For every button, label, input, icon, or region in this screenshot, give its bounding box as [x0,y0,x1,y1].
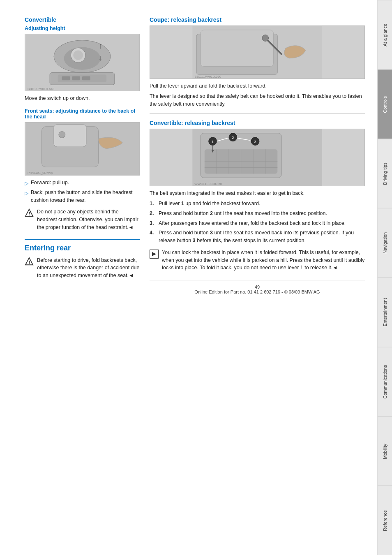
back-bullet: ▷ Back: push the button and slide the he… [25,189,140,204]
svg-text:!: ! [29,260,30,264]
sidebar-tab-entertainment[interactable]: Entertainment [378,278,392,347]
adjusting-height-title: Adjusting height [25,25,140,31]
svg-text:↓: ↓ [98,53,102,62]
adjusting-height-body: Move the switch up or down. [25,95,140,102]
step-2: 2. Press and hold button 2 until the sea… [150,210,365,217]
coupe-title: Coupe: releasing backrest [150,16,365,23]
svg-point-16 [59,131,65,138]
coupe-body1: Pull the lever upward and fold the backr… [150,82,365,90]
svg-marker-48 [152,252,156,256]
page-number: 49 [255,284,260,289]
step-3-text: After passengers have entered the rear, … [159,220,346,227]
convertible-backrest-title: Convertible: releasing backrest [150,120,365,126]
warning-text-headrest: Do not place any objects behind the head… [37,208,140,231]
svg-text:PHVLAG_0DMvp: PHVLAG_0DMvp [28,171,53,175]
svg-rect-11 [82,76,90,81]
step-4-text: Press and hold button 3 until the seat h… [159,229,365,245]
left-column: Convertible Adjusting height ↑ ↓ [25,16,140,539]
step-4-num: 4. [150,229,156,245]
warning-box-headrest: ! Do not place any objects behind the he… [25,208,140,231]
sidebar-tab-communications[interactable]: Communications [378,347,392,416]
convertible-backrest-body: The belt system integrated in the seat m… [150,190,365,197]
note-box: You can lock the backrest in place when … [150,249,365,272]
svg-text:1: 1 [212,139,214,144]
svg-text:BBC11PV01D.060: BBC11PV01D.060 [194,75,221,79]
coupe-body2: The lever is designed so that the safety… [150,92,365,108]
sidebar-tab-reference[interactable]: Reference [378,486,392,555]
note-arrow-icon [150,250,159,259]
svg-text:BBC11PV01D.640: BBC11PV01D.640 [28,87,55,91]
step-3-num: 3. [150,220,156,227]
front-seats-title: Front seats: adjusting distance to the b… [25,108,140,120]
warning-triangle-icon: ! [25,208,34,217]
warning-box-entering-rear: ! Before starting to drive, fold backres… [25,257,140,280]
step-1-num: 1. [150,200,156,208]
main-content: Convertible Adjusting height ↑ ↓ [0,0,377,555]
entering-rear-warning-text: Before starting to drive, fold backrests… [37,257,140,280]
page-footer: 49 Online Edition for Part no. 01 41 2 6… [150,280,365,298]
step-1-text: Pull lever 1 up and fold the backrest fo… [159,200,260,208]
page-container: Convertible Adjusting height ↑ ↓ [0,0,392,555]
svg-text:WWC11E0CDU.60: WWC11E0CDU.60 [194,182,222,186]
steps-list: 1. Pull lever 1 up and fold the backrest… [150,200,365,245]
svg-rect-24 [201,30,273,67]
svg-rect-9 [62,76,70,81]
step-4: 4. Press and hold button 3 until the sea… [150,229,365,245]
note-text: You can lock the backrest in place when … [162,249,365,272]
step-1: 1. Pull lever 1 up and fold the backrest… [150,200,365,208]
forward-bullet: ▷ Forward: pull up. [25,179,140,187]
sidebar-tab-navigation[interactable]: Navigation [378,208,392,278]
right-column: Coupe: releasing backrest BBC11PV01D.060… [150,16,365,539]
entering-rear-title: Entering rear [25,239,140,252]
forward-text: Forward: pull up. [31,179,69,187]
forward-arrow-icon: ▷ [25,180,28,187]
svg-point-4 [73,50,83,60]
front-seats-image: PHVLAG_0DMvp [25,122,140,176]
step-3: 3. After passengers have entered the rea… [150,220,365,227]
step-2-text: Press and hold button 2 until the seat h… [159,210,327,217]
sidebar-tab-at-a-glance[interactable]: At a glance [378,0,392,69]
sidebar-tab-mobility[interactable]: Mobility [378,416,392,486]
back-arrow-icon: ▷ [25,190,28,197]
convertible-backrest-image: 1 2 3 [150,129,365,186]
section-divider [150,113,365,114]
sidebar-tab-controls[interactable]: Controls [378,69,392,139]
coupe-backrest-image: BBC11PV01D.060 [150,25,365,79]
svg-text:3: 3 [254,139,256,144]
svg-text:2: 2 [232,135,234,140]
adjusting-height-image: ↑ ↓ BBC11PV01D.640 [25,34,140,91]
svg-point-26 [262,35,269,42]
svg-rect-10 [72,76,80,81]
sidebar-tab-driving-tips[interactable]: Driving tips [378,139,392,208]
step-2-num: 2. [150,210,156,217]
back-text: Back: push the button and slide the head… [31,189,140,204]
sidebar: At a glance Controls Driving tips Naviga… [377,0,392,555]
warning-triangle-entering-icon: ! [25,257,34,266]
svg-text:!: ! [29,212,30,216]
convertible-title: Convertible [25,16,140,23]
svg-text:↑: ↑ [98,41,102,50]
copyright-text: Online Edition for Part no. 01 41 2 602 … [194,289,320,294]
